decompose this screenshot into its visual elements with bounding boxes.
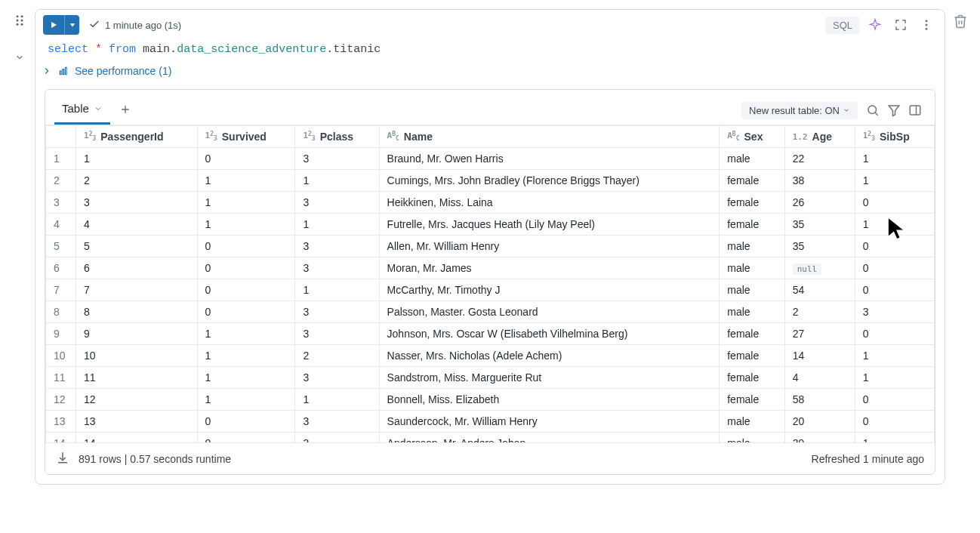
data-cell[interactable]: male [720,236,785,257]
data-cell[interactable]: 3 [295,301,379,323]
table-row[interactable]: 7701McCarthy, Mr. Timothy Jmale540 [46,279,935,301]
data-cell[interactable]: female [720,192,785,214]
data-cell[interactable]: 1 [197,192,295,214]
data-cell[interactable]: 2 [76,170,198,192]
table-row[interactable]: 141403Andersson, Mr. Anders Johanmale391 [46,433,935,443]
data-cell[interactable]: 22 [784,148,855,170]
data-cell[interactable]: 1 [197,214,295,236]
column-header[interactable]: 123Survived [197,126,295,148]
see-performance-link[interactable]: See performance (1) [35,62,945,86]
data-cell[interactable]: 3 [76,192,198,214]
data-cell[interactable]: 27 [784,323,855,345]
data-cell[interactable]: female [720,170,785,192]
data-cell[interactable]: 3 [295,148,379,170]
more-options-icon[interactable] [916,14,937,35]
data-cell[interactable]: 14 [784,345,855,367]
data-cell[interactable]: 0 [855,257,934,279]
table-row[interactable]: 2211Cumings, Mrs. John Bradley (Florence… [46,170,935,192]
data-cell[interactable]: Saundercock, Mr. William Henry [379,411,720,433]
data-cell[interactable]: Futrelle, Mrs. Jacques Heath (Lily May P… [379,214,720,236]
download-icon[interactable] [56,451,69,467]
language-badge[interactable]: SQL [825,17,860,34]
tab-table[interactable]: Table [54,96,110,125]
search-icon[interactable] [862,100,883,121]
table-row[interactable]: 5503Allen, Mr. William Henrymale350 [46,236,935,257]
delete-cell-icon[interactable] [953,14,968,31]
data-cell[interactable]: 1 [855,214,934,236]
data-cell[interactable]: 1 [197,389,295,411]
data-cell[interactable]: 3 [855,301,934,323]
data-cell[interactable]: male [720,411,785,433]
data-cell[interactable]: 1 [295,389,379,411]
data-cell[interactable]: Nasser, Mrs. Nicholas (Adele Achem) [379,345,720,367]
data-cell[interactable]: 1 [197,170,295,192]
data-cell[interactable]: 3 [295,236,379,257]
collapse-chevron-icon[interactable] [14,52,25,65]
data-cell[interactable]: 2 [295,345,379,367]
data-cell[interactable]: male [720,433,785,443]
data-cell[interactable]: 0 [197,148,295,170]
table-row[interactable]: 3313Heikkinen, Miss. Lainafemale260 [46,192,935,214]
data-cell[interactable]: 0 [197,433,295,443]
data-cell[interactable]: 1 [295,214,379,236]
data-cell[interactable]: McCarthy, Mr. Timothy J [379,279,720,301]
data-cell[interactable]: 35 [784,236,855,257]
data-cell[interactable]: 39 [784,433,855,443]
data-cell[interactable]: 1 [197,367,295,389]
fullscreen-icon[interactable] [890,14,911,35]
data-cell[interactable]: 20 [784,411,855,433]
table-scroll[interactable]: 123PassengerId123Survived123PclassABCNam… [45,125,935,442]
table-row[interactable]: 6603Moran, Mr. Jamesmalenull0 [46,257,935,279]
data-cell[interactable]: 1 [76,148,198,170]
run-button[interactable] [43,15,64,35]
data-cell[interactable]: 10 [76,345,198,367]
table-row[interactable]: 4411Futrelle, Mrs. Jacques Heath (Lily M… [46,214,935,236]
data-cell[interactable]: 0 [197,411,295,433]
data-cell[interactable]: 0 [197,257,295,279]
data-cell[interactable]: 1 [855,148,934,170]
data-cell[interactable]: Bonnell, Miss. Elizabeth [379,389,720,411]
column-header[interactable]: 123PassengerId [76,126,198,148]
data-cell[interactable]: 8 [76,301,198,323]
data-cell[interactable]: Moran, Mr. James [379,257,720,279]
data-cell[interactable]: 0 [855,389,934,411]
data-cell[interactable]: female [720,323,785,345]
data-cell[interactable]: female [720,214,785,236]
add-tab-button[interactable] [113,99,137,122]
data-cell[interactable]: male [720,301,785,323]
column-header[interactable]: 123SibSp [855,126,934,148]
data-cell[interactable]: 3 [295,323,379,345]
data-cell[interactable]: 14 [76,433,198,443]
data-cell[interactable]: male [720,279,785,301]
data-cell[interactable]: 58 [784,389,855,411]
data-cell[interactable]: 7 [76,279,198,301]
data-cell[interactable]: 6 [76,257,198,279]
filter-icon[interactable] [883,100,904,121]
column-header[interactable]: 1.2Age [784,126,855,148]
data-cell[interactable]: Braund, Mr. Owen Harris [379,148,720,170]
data-cell[interactable]: 1 [855,170,934,192]
data-cell[interactable]: 0 [855,411,934,433]
data-cell[interactable]: 5 [76,236,198,257]
data-cell[interactable]: Sandstrom, Miss. Marguerite Rut [379,367,720,389]
data-cell[interactable]: null [784,257,855,279]
table-row[interactable]: 131303Saundercock, Mr. William Henrymale… [46,411,935,433]
table-row[interactable]: 1103Braund, Mr. Owen Harrismale221 [46,148,935,170]
data-cell[interactable]: 3 [295,433,379,443]
data-cell[interactable]: Palsson, Master. Gosta Leonard [379,301,720,323]
data-cell[interactable]: 13 [76,411,198,433]
data-cell[interactable]: 11 [76,367,198,389]
data-cell[interactable]: 1 [295,279,379,301]
data-cell[interactable]: 1 [197,345,295,367]
column-header[interactable]: 123Pclass [295,126,379,148]
data-cell[interactable]: female [720,345,785,367]
data-cell[interactable]: Johnson, Mrs. Oscar W (Elisabeth Vilhelm… [379,323,720,345]
data-cell[interactable]: 35 [784,214,855,236]
data-cell[interactable]: 3 [295,257,379,279]
data-cell[interactable]: Andersson, Mr. Anders Johan [379,433,720,443]
table-row[interactable]: 9913Johnson, Mrs. Oscar W (Elisabeth Vil… [46,323,935,345]
data-cell[interactable]: 4 [76,214,198,236]
data-cell[interactable]: 0 [855,236,934,257]
data-cell[interactable]: 0 [197,279,295,301]
data-cell[interactable]: 2 [784,301,855,323]
